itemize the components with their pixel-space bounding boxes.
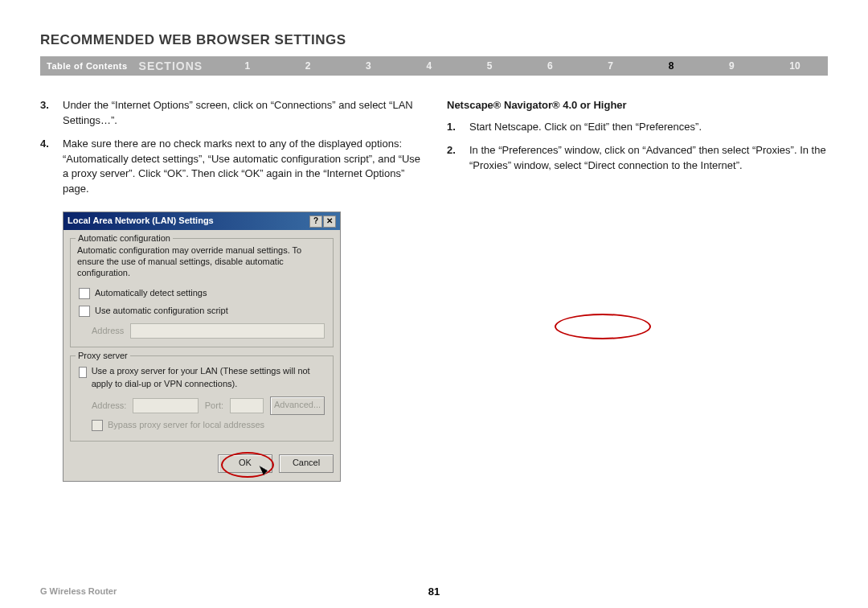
- step-text: Make sure there are no check marks next …: [63, 137, 421, 197]
- proxy-port-input[interactable]: [230, 398, 264, 413]
- footer: G Wireless Router 81: [40, 586, 828, 596]
- checkbox-use-proxy[interactable]: [79, 367, 87, 378]
- nav-10[interactable]: 10: [789, 60, 800, 72]
- checkbox-auto-detect[interactable]: [79, 288, 90, 299]
- checkbox-bypass[interactable]: [92, 420, 103, 431]
- netscape-heading: Netscape® Navigator® 4.0 or Higher: [447, 98, 828, 113]
- nav-section-numbers: 1 2 3 4 5 6 7 8 9 10: [217, 60, 828, 72]
- page-title: RECOMMENDED WEB BROWSER SETTINGS: [40, 32, 828, 48]
- checkbox-label: Bypass proxy server for local addresses: [108, 419, 264, 432]
- cancel-button[interactable]: Cancel: [279, 454, 334, 473]
- step-text: In the “Preferences” window, click on “A…: [469, 143, 828, 174]
- nav-bar: Table of Contents SECTIONS 1 2 3 4 5 6 7…: [40, 56, 828, 76]
- close-icon[interactable]: ✕: [323, 216, 336, 228]
- proxy-address-label: Address:: [92, 400, 126, 413]
- right-column: Netscape® Navigator® 4.0 or Higher 1. St…: [447, 98, 828, 482]
- nav-toc[interactable]: Table of Contents: [40, 61, 139, 71]
- auto-help-text: Automatic configuration may override man…: [77, 245, 326, 278]
- step-number: 1.: [447, 120, 469, 135]
- dialog-title: Local Area Network (LAN) Settings: [68, 215, 309, 228]
- group-legend: Automatic configuration: [76, 232, 173, 245]
- dialog-titlebar: Local Area Network (LAN) Settings ? ✕: [63, 212, 340, 230]
- help-icon[interactable]: ?: [309, 216, 322, 228]
- nav-3[interactable]: 3: [366, 60, 371, 72]
- nav-2[interactable]: 2: [305, 60, 311, 72]
- proxy-address-input[interactable]: [133, 398, 198, 413]
- page-number: 81: [428, 585, 440, 598]
- checkbox-label: Use automatic configuration script: [95, 305, 228, 318]
- checkbox-label: Use a proxy server for your LAN (These s…: [92, 365, 325, 391]
- left-column: 3. Under the “Internet Options” screen, …: [40, 98, 421, 482]
- nav-5[interactable]: 5: [487, 60, 493, 72]
- step-text: Under the “Internet Options” screen, cli…: [63, 98, 421, 129]
- group-legend: Proxy server: [76, 350, 130, 363]
- highlight-ellipse-icon: [555, 314, 651, 339]
- step-text: Start Netscape. Click on “Edit” then “Pr…: [469, 120, 702, 135]
- address-input[interactable]: [130, 323, 325, 339]
- nav-7[interactable]: 7: [608, 60, 613, 72]
- auto-config-group: Automatic configuration Automatic config…: [70, 238, 334, 347]
- step-number: 4.: [40, 137, 63, 197]
- lan-settings-dialog: Local Area Network (LAN) Settings ? ✕ Au…: [63, 212, 341, 482]
- nav-4[interactable]: 4: [426, 60, 432, 72]
- checkbox-label: Automatically detect settings: [95, 287, 207, 300]
- nav-6[interactable]: 6: [547, 60, 553, 72]
- proxy-group: Proxy server Use a proxy server for your…: [70, 355, 334, 442]
- nav-9[interactable]: 9: [729, 60, 735, 72]
- checkbox-auto-script[interactable]: [79, 306, 90, 317]
- step-number: 3.: [40, 98, 63, 129]
- advanced-button[interactable]: Advanced...: [270, 396, 325, 415]
- footer-product: G Wireless Router: [40, 586, 117, 596]
- address-label: Address: [92, 325, 124, 338]
- ok-button-label: OK: [239, 458, 252, 467]
- nav-1[interactable]: 1: [244, 60, 250, 72]
- nav-sections-label: SECTIONS: [139, 60, 218, 72]
- step-number: 2.: [447, 143, 469, 174]
- proxy-port-label: Port:: [205, 400, 223, 413]
- nav-8[interactable]: 8: [669, 60, 674, 72]
